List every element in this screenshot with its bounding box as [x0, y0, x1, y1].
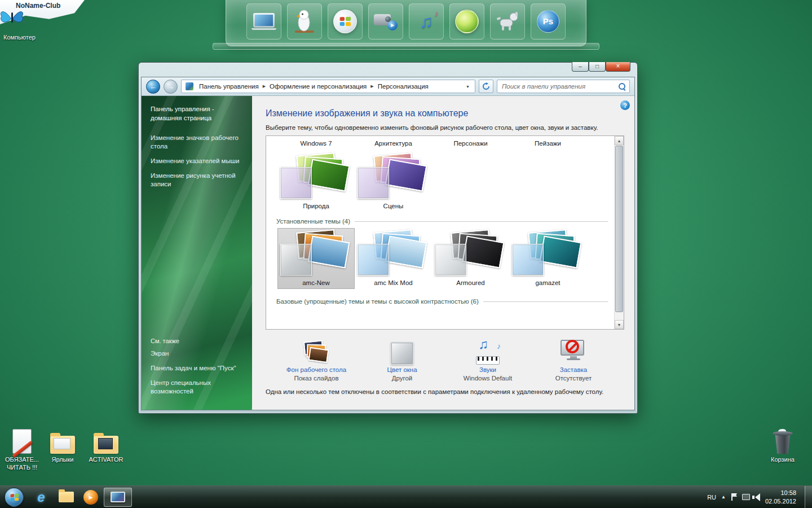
theme-thumbnail	[435, 230, 507, 277]
clock[interactable]: 10:58 02.05.2012	[765, 489, 796, 506]
taskbar-ie-button[interactable]: e	[29, 488, 53, 507]
brand-area: NoName-Club Компьютер	[0, 0, 90, 52]
sidebar-item-mouse-pointers[interactable]: Изменение указателей мыши	[151, 157, 245, 165]
control-panel-icon	[186, 82, 193, 90]
breadcrumb-separator-icon: ▶	[263, 84, 266, 89]
help-button[interactable]: ?	[620, 100, 630, 110]
search-box[interactable]	[497, 80, 630, 93]
action-window-color: Цвет окна Другой	[359, 336, 445, 382]
close-button[interactable]: ×	[606, 62, 630, 72]
action-title[interactable]: Фон рабочего стола	[286, 366, 346, 373]
desktop-icon-activator[interactable]: ACTIVATOR	[82, 427, 130, 464]
theme-cell-amc-mix-mod[interactable]: amc Mix Mod	[355, 228, 432, 289]
address-bar[interactable]: Панель управления ▶ Оформление и персона…	[181, 80, 475, 93]
action-center-flag-icon[interactable]	[731, 493, 737, 501]
media-player-icon: ▶	[83, 490, 98, 505]
volume-icon[interactable]	[755, 493, 760, 501]
system-tray: RU ▲ 10:58 02.05.2012	[707, 486, 812, 508]
sidebar-item-taskbar-start-menu[interactable]: Панель задач и меню "Пуск"	[151, 364, 245, 373]
sidebar: Панель управления - домашняя страница Из…	[142, 96, 252, 410]
caption-buttons: – □ ×	[572, 62, 630, 72]
action-title[interactable]: Заставка	[560, 366, 587, 373]
windows-flag-icon	[10, 493, 19, 501]
theme-thumbnail	[280, 154, 352, 200]
sidebar-item-ease-of-access[interactable]: Центр специальных возможностей	[151, 379, 245, 396]
desktop-background-icon[interactable]	[303, 336, 329, 365]
theme-cell-gamazet[interactable]: gamazet	[509, 228, 586, 289]
page-title: Изменение изображения и звука на компьют…	[266, 108, 624, 119]
theme-thumbnail	[280, 230, 352, 277]
theme-thumbnail	[512, 230, 584, 277]
dock-item-photoshop[interactable]: Ps	[531, 3, 566, 40]
scrollbar[interactable]: ▲ ▼	[614, 136, 624, 329]
dock-item-video[interactable]: ▶	[368, 3, 403, 40]
theme-thumbnail	[358, 230, 430, 277]
remote-desktop-note: Одна или несколько тем отключены в соотв…	[266, 388, 624, 395]
window-color-icon[interactable]	[391, 336, 413, 365]
windows-logo-icon	[333, 10, 357, 33]
forward-button[interactable]: →	[164, 80, 178, 94]
screensaver-icon[interactable]	[561, 336, 586, 365]
dock-item-pictures[interactable]	[246, 3, 281, 40]
theme-thumbnail	[358, 154, 430, 200]
scrollbar-thumb[interactable]	[615, 146, 623, 312]
dock-item-music[interactable]: ♫♪	[409, 3, 444, 40]
theme-label-characters[interactable]: Персонажи	[432, 137, 509, 151]
desktop-icon-shortcuts[interactable]: Ярлыки	[38, 427, 87, 464]
titlebar[interactable]: – □ ×	[139, 63, 637, 77]
no-sign-icon	[566, 340, 579, 353]
refresh-button[interactable]	[479, 80, 493, 93]
dock-item-parrot[interactable]	[287, 3, 322, 40]
network-icon[interactable]	[742, 494, 750, 500]
search-input[interactable]	[501, 82, 619, 90]
dock-item-robot-dog[interactable]	[490, 3, 525, 40]
clock-date: 02.05.2012	[765, 497, 796, 506]
sidebar-item-account-picture[interactable]: Изменение рисунка учетной записи	[151, 172, 245, 189]
maximize-button[interactable]: □	[589, 62, 606, 72]
taskbar-personalization-button[interactable]	[104, 488, 132, 507]
parrot-icon	[293, 9, 316, 34]
butterfly-icon	[0, 7, 25, 29]
recycle-bin[interactable]: Корзина	[758, 427, 807, 464]
minimize-button[interactable]: –	[572, 62, 589, 72]
sidebar-item-desktop-icons[interactable]: Изменение значков рабочего стола	[151, 134, 245, 151]
dock-item-windows[interactable]	[328, 3, 363, 40]
search-icon[interactable]	[619, 83, 626, 90]
language-indicator[interactable]: RU	[707, 494, 716, 501]
action-title[interactable]: Цвет окна	[387, 366, 417, 373]
theme-cell-amc-new[interactable]: amc-New	[277, 228, 355, 289]
taskbar-explorer-button[interactable]	[54, 488, 78, 507]
breadcrumb-item-appearance[interactable]: Оформление и персонализация	[267, 83, 369, 90]
theme-cell-nature[interactable]: Природа	[277, 151, 355, 212]
action-screensaver: Заставка Отсутствует	[531, 336, 616, 382]
music-note-icon: ♫♪	[420, 12, 433, 30]
dock-item-lime[interactable]	[449, 3, 484, 40]
show-hidden-icons-icon[interactable]: ▲	[721, 494, 726, 500]
theme-cell-armoured[interactable]: Armoured	[432, 228, 509, 289]
taskbar-media-player-button[interactable]: ▶	[79, 488, 103, 507]
breadcrumb-item-personalization[interactable]: Персонализация	[375, 83, 431, 90]
theme-name: Armoured	[456, 279, 485, 286]
computer-desktop-icon[interactable]: Компьютер	[3, 34, 36, 41]
scroll-down-icon[interactable]: ▼	[615, 320, 624, 329]
scroll-up-icon[interactable]: ▲	[615, 136, 624, 145]
window-body: Панель управления - домашняя страница Из…	[142, 96, 634, 410]
document-icon	[12, 429, 32, 454]
action-value: Другой	[392, 375, 413, 382]
theme-label-windows7[interactable]: Windows 7	[277, 137, 355, 151]
refresh-icon	[482, 82, 490, 90]
sounds-icon[interactable]: ♫ ♪	[474, 336, 502, 365]
theme-label-architecture[interactable]: Архитектура	[355, 137, 432, 151]
sidebar-item-home[interactable]: Панель управления - домашняя страница	[151, 105, 236, 122]
back-button[interactable]: ←	[146, 80, 160, 94]
breadcrumb-item-control-panel[interactable]: Панель управления	[196, 83, 262, 90]
theme-label-landscapes[interactable]: Пейзажи	[509, 137, 586, 151]
theme-name: Сцены	[383, 203, 404, 209]
theme-cell-scenes[interactable]: Сцены	[355, 151, 432, 212]
breadcrumb-dropdown-icon[interactable]: ▼	[463, 85, 473, 89]
show-desktop-button[interactable]	[805, 486, 812, 508]
aero-theme-row: Природа Сцены	[277, 151, 610, 212]
action-title[interactable]: Звуки	[479, 366, 496, 373]
sidebar-item-display[interactable]: Экран	[151, 349, 245, 358]
start-button[interactable]	[5, 488, 24, 507]
